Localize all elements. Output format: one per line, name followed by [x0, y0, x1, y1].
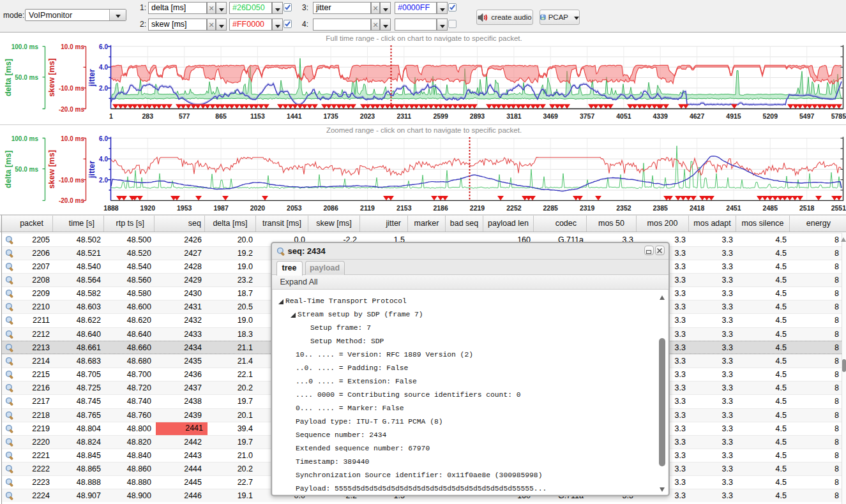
svg-text:6.0: 6.0 [99, 43, 108, 50]
svg-text:skew [ms]: skew [ms] [47, 58, 56, 96]
svg-text:1888: 1888 [103, 204, 119, 212]
svg-text:2219: 2219 [470, 204, 485, 212]
svg-text:50.0 ms: 50.0 ms [15, 74, 38, 81]
svg-text:3469: 3469 [543, 112, 559, 120]
svg-text:1987: 1987 [213, 204, 229, 212]
svg-text:2285: 2285 [543, 204, 559, 212]
svg-text:2352: 2352 [616, 204, 631, 212]
svg-text:1441: 1441 [287, 112, 302, 120]
svg-text:-20.0 ms: -20.0 ms [59, 197, 84, 204]
svg-text:1: 1 [109, 112, 113, 120]
svg-text:2023: 2023 [360, 112, 375, 120]
svg-text:4339: 4339 [653, 112, 668, 120]
svg-text:1920: 1920 [140, 204, 156, 212]
svg-text:delta [ms]: delta [ms] [4, 59, 13, 96]
svg-text:2485: 2485 [763, 204, 778, 212]
svg-text:2.0: 2.0 [99, 177, 108, 184]
svg-text:2551: 2551 [831, 204, 846, 212]
svg-text:283: 283 [142, 112, 154, 120]
svg-text:3181: 3181 [506, 112, 522, 120]
svg-text:4051: 4051 [616, 112, 631, 120]
svg-text:1153: 1153 [250, 112, 265, 120]
svg-text:Zoomed range - click on chart: Zoomed range - click on chart to navigat… [326, 126, 522, 134]
svg-text:5497: 5497 [799, 112, 815, 120]
svg-text:1735: 1735 [323, 112, 338, 120]
svg-text:50.0 ms: 50.0 ms [15, 166, 38, 173]
svg-text:2893: 2893 [470, 112, 485, 120]
svg-text:2451: 2451 [726, 204, 741, 212]
svg-text:2385: 2385 [653, 204, 668, 212]
svg-text:865: 865 [215, 112, 227, 120]
svg-text:Full time range - click on cha: Full time range - click on chart to navi… [326, 34, 522, 42]
svg-text:2053: 2053 [287, 204, 302, 212]
svg-text:577: 577 [179, 112, 190, 120]
svg-text:5785: 5785 [831, 112, 846, 120]
svg-text:2418: 2418 [690, 204, 705, 212]
svg-text:4.0: 4.0 [99, 156, 108, 163]
svg-text:10.0 ms: 10.0 ms [61, 43, 84, 50]
svg-text:2186: 2186 [433, 204, 448, 212]
svg-text:4.0: 4.0 [99, 64, 108, 71]
svg-text:-10.0 ms: -10.0 ms [59, 177, 84, 184]
svg-text:1953: 1953 [177, 204, 192, 212]
svg-text:delta [ms]: delta [ms] [4, 151, 13, 188]
svg-text:jitter: jitter [88, 69, 97, 87]
svg-text:2311: 2311 [397, 112, 411, 120]
svg-text:-20.0 ms: -20.0 ms [59, 106, 84, 113]
svg-text:2319: 2319 [580, 204, 595, 212]
svg-text:3757: 3757 [580, 112, 595, 120]
svg-text:-10.0 ms: -10.0 ms [59, 85, 84, 92]
svg-text:100.0 ms: 100.0 ms [11, 43, 39, 50]
svg-text:2086: 2086 [323, 204, 338, 212]
svg-text:10.0 ms: 10.0 ms [61, 135, 84, 142]
svg-text:100.0 ms: 100.0 ms [11, 135, 39, 142]
svg-text:2153: 2153 [397, 204, 412, 212]
svg-text:6.0: 6.0 [99, 135, 108, 142]
svg-text:2.0: 2.0 [99, 85, 108, 92]
svg-text:jitter: jitter [88, 161, 97, 179]
svg-text:2252: 2252 [506, 204, 522, 212]
svg-text:4915: 4915 [726, 112, 741, 120]
svg-text:2518: 2518 [799, 204, 815, 212]
svg-text:5209: 5209 [763, 112, 778, 120]
svg-text:4627: 4627 [690, 112, 705, 120]
svg-text:2119: 2119 [360, 204, 375, 212]
svg-text:2020: 2020 [250, 204, 266, 212]
svg-text:2599: 2599 [433, 112, 448, 120]
svg-text:skew [ms]: skew [ms] [47, 150, 56, 188]
